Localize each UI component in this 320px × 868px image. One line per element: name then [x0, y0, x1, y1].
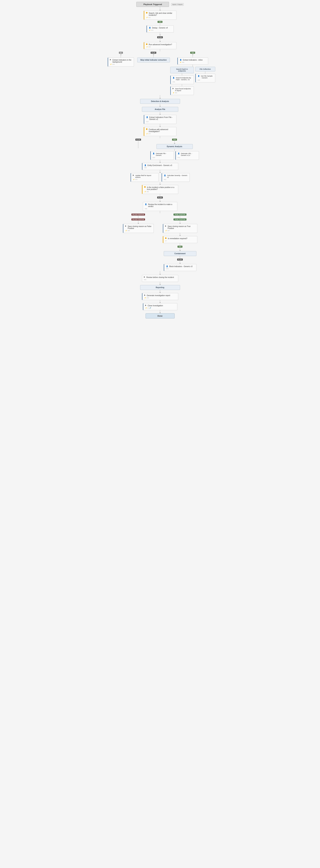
gen-report-box: Generate investigation report ⚡ #42 [142, 293, 178, 300]
search-link-label: Search, link and close similar incidents… [149, 12, 174, 16]
diamond-icon-3 [146, 128, 148, 130]
gen-report-id: ⚡ #42 [144, 297, 176, 299]
dynamic-split-row: ELSE YES Dynamic Analysis 👤 Detonate Fil… [108, 138, 213, 160]
entity-enrichment-label: Entity Enrichment - Generic v3 [148, 164, 172, 166]
else-left-spacer: ELSE [125, 138, 151, 148]
fp-tp-id: ⚡ #62 [144, 191, 176, 192]
dynamic-analysis-label: Dynamic Analysis [167, 146, 182, 148]
dedup-id: ⚡ #13 [149, 29, 172, 31]
hash-col: Search hash in endpoints 👤 Search Endpoi… [170, 67, 194, 95]
continue-advanced-node: Continue with advanced investigation? ⚡ … [144, 127, 176, 136]
person-icon-6: 👤 [153, 153, 155, 154]
dedup-box: 👤 Dedup - Generic v4 ⚡ #13 [146, 25, 174, 32]
review-incident-box: 👤 Review the incident to make a verdict … [143, 202, 177, 211]
connector-6 [160, 104, 160, 106]
search-hash-label: Search hash in endpoints [176, 68, 188, 72]
calc-severity-id: #62 [164, 179, 188, 180]
detonate-url-id: #71 [178, 157, 197, 158]
connector-13 [160, 194, 160, 196]
analyze-file-node: Analyze File [142, 107, 178, 112]
file-col: File Collection 👤 Get File Sample - Gene… [195, 67, 215, 82]
person-icon-10: 👤 [145, 204, 147, 205]
play-icon-8 [145, 305, 146, 306]
save-tp-box: Save closing reason as True Positive ⚡ #… [163, 224, 197, 233]
person-icon-8: 👤 [144, 164, 146, 166]
yes-label-cont: YES [177, 246, 182, 248]
diamond-icon-5 [165, 237, 167, 239]
tp-line-2 [180, 221, 180, 223]
hash-line [182, 73, 182, 75]
save-endpoints-label: Save found endpoints in layout [175, 88, 192, 91]
search-endpoints-label: Search Endpoints By Hash - Generic, V2 [176, 77, 192, 81]
person-icon-11: 👤 [166, 266, 168, 267]
diamond-icon-4 [144, 186, 146, 188]
extract-bg-id: ⚡ #15 [110, 63, 132, 65]
yes-right-col: YES 👤 Extract indicators - inline ⚡ #40 … [173, 51, 213, 95]
save-endpoints-id: ⚡ #63 [173, 92, 192, 94]
containment-col: YES Containment ELSE 👤 Block Indicators … [162, 245, 198, 271]
tp-line [180, 216, 180, 218]
close-investigation-label: Close Investigation [148, 305, 163, 307]
yes-right-line [193, 55, 193, 58]
play-icon-7 [144, 294, 145, 296]
update-calc-row: Update field for layout actions ⚡ #79 👤 … [108, 173, 213, 182]
else-row-3: ELSE [177, 258, 183, 261]
tp-connector [180, 233, 180, 235]
yes-label-da: YES [172, 138, 177, 141]
detonate-file-col: 👤 Detonate File - Generic #25 [150, 151, 174, 160]
detonate-row: 👤 Detonate File - Generic #25 👤 Detonate… [155, 151, 195, 160]
detection-analysis-node: Detection & Analysis [140, 99, 180, 104]
remediation-box: Is remediation required? #7 [163, 236, 197, 243]
da-line-2 [174, 149, 175, 151]
save-endpoints-box: Save found endpoints in layout ⚡ #63 [170, 86, 194, 95]
containment-box: Containment [164, 251, 196, 256]
diamond-icon [146, 12, 148, 14]
save-fp-id: ⚡ #66 [125, 230, 152, 231]
connector-3 [160, 39, 160, 41]
search-hash-box: Search hash in endpoints [170, 67, 194, 73]
done-label: Done [157, 315, 163, 317]
person-icon-4: 👤 [198, 75, 200, 77]
review-incident-node: 👤 Review the incident to make a verdict … [143, 202, 177, 211]
connector-7 [160, 112, 160, 114]
extract-inline-box: 👤 Extract indicators - inline ⚡ #40 [177, 58, 208, 65]
tp-label: TRUE POSITIVE [174, 214, 186, 216]
review-incident-label: Review the incident to make a verdict [148, 204, 175, 207]
yes-connector [160, 23, 160, 25]
entity-enrichment-node: 👤 Entity Enrichment - Generic v3 #60 [142, 163, 178, 170]
connector-15 [160, 211, 160, 213]
fc-line [205, 71, 205, 74]
cont-line-2 [180, 256, 180, 258]
extract-bg-label: Extract indicators in the background [113, 59, 132, 63]
save-fp-box: Save closing reason as False Positive ⚡ … [123, 224, 154, 233]
detonate-url-col: 👤 Detonate URL - Generic v1.5 #71 [175, 151, 199, 160]
detection-analysis-box: Detection & Analysis [140, 99, 180, 104]
fp-label: FALSE POSITIVE [132, 214, 145, 216]
diamond-icon-2 [146, 43, 148, 45]
done-node: Done [146, 313, 175, 318]
verdict-split-row: FALSE POSITIVE FALSE POSITIVE Save closi… [108, 213, 213, 271]
person-icon-2: 👤 [180, 59, 182, 61]
else-badge-3: ELSE [157, 196, 163, 198]
extract-file-box: 👤 Extract Indicators From File - Generic… [144, 115, 176, 124]
run-advanced-id: ⚡ #09 [146, 46, 174, 48]
close-investigation-id: ⚡ #1 🔗 [145, 307, 175, 309]
continue-advanced-box: Continue with advanced investigation? ⚡ … [144, 127, 176, 136]
save-fp-label: Save closing reason as False Positive [128, 225, 152, 229]
yes-label-right: YES [190, 52, 195, 54]
connector-9 [160, 136, 160, 138]
yes-label-1: YES [157, 21, 162, 23]
connector-17 [160, 282, 160, 284]
reporting-node: Reporting [140, 285, 180, 290]
calc-severity-label: Calculate Severity - Generic v2 [167, 175, 188, 178]
else-badge-2: ELSE [136, 138, 141, 141]
gen-report-label: Generate investigation report [147, 294, 170, 297]
review-closing-node: Review before closing the incident #60 [142, 275, 178, 282]
io-button[interactable]: Inputs / Outputs [171, 3, 183, 6]
reporting-label: Reporting [156, 286, 164, 288]
play-icon-1 [110, 59, 111, 60]
connector-line [160, 7, 160, 10]
connector-5 [160, 95, 160, 98]
connector-18 [160, 290, 160, 292]
connector-8 [160, 124, 160, 126]
